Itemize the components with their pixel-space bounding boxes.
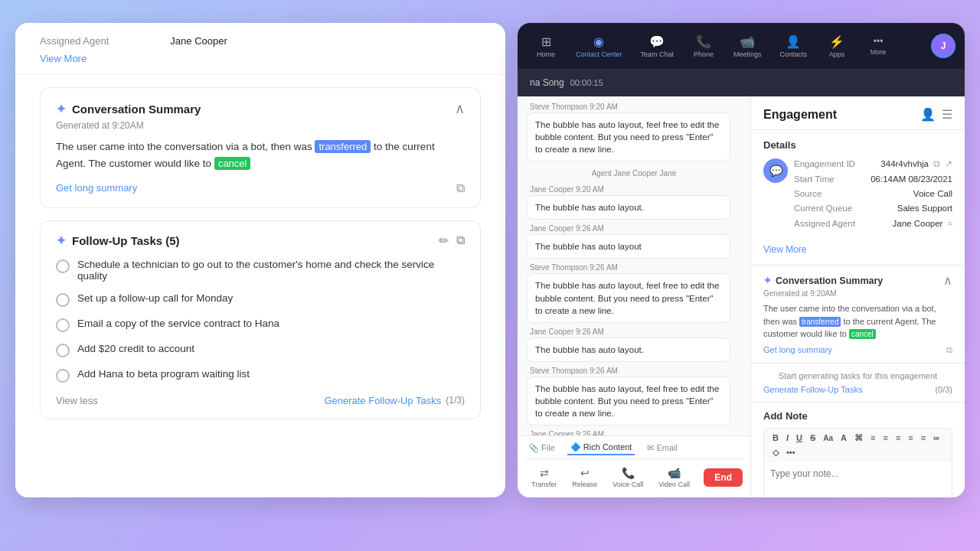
nav-phone[interactable]: 📞 Phone bbox=[684, 30, 723, 63]
mini-collapse-icon[interactable]: ∧ bbox=[943, 273, 952, 288]
view-more-details-link[interactable]: View More bbox=[763, 244, 806, 255]
field-label-source: Source bbox=[794, 189, 822, 198]
nav-contact-center-label: Contact Center bbox=[576, 51, 622, 58]
nav-team-chat-label: Team Chat bbox=[641, 51, 675, 58]
copy-summary-button[interactable]: ⧉ bbox=[456, 181, 465, 195]
nav-apps[interactable]: ⚡ Apps bbox=[818, 30, 856, 63]
nav-home-label: Home bbox=[537, 51, 555, 58]
view-less-link[interactable]: View less bbox=[56, 395, 98, 406]
note-tool-underline[interactable]: U bbox=[794, 432, 805, 443]
voice-call-btn[interactable]: 📞 Voice Call bbox=[606, 465, 649, 490]
user-avatar[interactable]: J bbox=[931, 34, 956, 58]
task-checkbox-3[interactable] bbox=[56, 318, 70, 332]
field-label-queue: Current Queue bbox=[794, 204, 852, 213]
tab-rich-content[interactable]: 🔷 Rich Content bbox=[567, 441, 635, 455]
video-call-icon: 📹 bbox=[668, 467, 681, 479]
note-tool-list4[interactable]: ≡ bbox=[906, 432, 915, 443]
nav-contacts[interactable]: 👤 Contacts bbox=[773, 30, 815, 63]
copy-icon-id[interactable]: ⧉ bbox=[933, 158, 940, 169]
copy-tasks-button[interactable]: ⧉ bbox=[456, 233, 465, 247]
note-tool-bold[interactable]: B bbox=[770, 432, 781, 443]
note-textarea[interactable] bbox=[763, 462, 952, 498]
mini-conversation-summary: ✦ Conversation Summary ∧ Generated at 9:… bbox=[751, 266, 965, 364]
nav-home[interactable]: ⊞ Home bbox=[527, 30, 565, 63]
highlight-transferred: transferred bbox=[315, 140, 371, 153]
transfer-icon: ⇄ bbox=[540, 467, 549, 479]
task-text-1: Schedule a technician to go out to the c… bbox=[77, 259, 465, 282]
note-tool-cmd[interactable]: ⌘ bbox=[852, 432, 865, 444]
sub-header: na Song 00:00:15 bbox=[518, 69, 965, 96]
followup-title-text: Follow-Up Tasks (5) bbox=[72, 234, 180, 247]
engagement-avatar: 💬 bbox=[763, 158, 788, 183]
note-tool-aa[interactable]: Aa bbox=[821, 433, 835, 443]
list-icon[interactable]: ☰ bbox=[942, 107, 952, 122]
followup-header-icons: ✏ ⧉ bbox=[439, 233, 465, 248]
end-call-button[interactable]: End bbox=[704, 468, 743, 487]
note-tool-italic[interactable]: I bbox=[784, 432, 791, 443]
note-tool-list2[interactable]: ≡ bbox=[880, 432, 890, 443]
home-icon: ⊞ bbox=[541, 34, 551, 49]
meetings-icon: 📹 bbox=[740, 34, 755, 49]
add-note-title: Add Note bbox=[763, 410, 952, 422]
tab-email[interactable]: ✉ Email bbox=[644, 441, 681, 455]
link-icon-id[interactable]: ↗ bbox=[945, 158, 952, 169]
task-checkbox-4[interactable] bbox=[56, 344, 70, 357]
msg-sender-5: Jane Cooper 9:26 AM bbox=[527, 328, 741, 336]
nav-meetings[interactable]: 📹 Meetings bbox=[726, 30, 769, 63]
note-tool-list3[interactable]: ≡ bbox=[893, 432, 903, 443]
video-call-btn[interactable]: 📹 Video Call bbox=[652, 465, 696, 490]
msg-bubble-5: The bubble has auto layout. bbox=[527, 337, 730, 362]
call-timer: 00:00:15 bbox=[570, 78, 603, 87]
note-tool-more[interactable]: ••• bbox=[784, 447, 798, 458]
task-item: Add Hana to beta program waiting list bbox=[56, 368, 465, 383]
task-checkbox-2[interactable] bbox=[56, 293, 70, 307]
msg-group-6: Steve Thompson 9:26 AM The bubble has au… bbox=[527, 367, 741, 425]
note-toolbar: B I U S Aa A ⌘ ≡ ≡ ≡ ≡ ≡ ∞ ◇ ••• bbox=[763, 428, 952, 462]
msg-sender-1: Steve Thompson 9:20 AM bbox=[527, 103, 741, 111]
nav-more[interactable]: ••• More bbox=[859, 31, 897, 60]
generate-followup-tasks-btn[interactable]: Generate Follow-Up Tasks bbox=[324, 395, 441, 406]
msg-bubble-4: The bubble has auto layout, feel free to… bbox=[527, 273, 730, 322]
mini-highlight-cancel: cancel bbox=[849, 329, 876, 339]
conversation-summary-card: ✦ Conversation Summary ∧ Generated at 9:… bbox=[40, 87, 481, 208]
mini-generated-at: Generated at 9:20AM bbox=[763, 289, 952, 298]
highlight-cancel: cancel bbox=[214, 157, 251, 170]
top-info-section: Assigned Agent Jane Cooper View More bbox=[15, 23, 505, 75]
release-icon: ↩ bbox=[580, 467, 590, 479]
assign-icon[interactable]: ≈ bbox=[947, 218, 952, 229]
chat-tabs: 📎 File 🔷 Rich Content ✉ Email bbox=[525, 441, 743, 459]
note-tool-list5[interactable]: ≡ bbox=[919, 432, 928, 443]
engagement-header: Engagement 👤 ☰ bbox=[751, 96, 965, 130]
mini-copy-icon[interactable]: ⧉ bbox=[946, 345, 952, 355]
note-tool-link[interactable]: ∞ bbox=[931, 432, 942, 443]
nav-team-chat[interactable]: 💬 Team Chat bbox=[633, 30, 682, 63]
msg-group-2: Jane Cooper 9:20 AM The bubble has auto … bbox=[527, 185, 741, 220]
sparkle-icon: ✦ bbox=[56, 102, 66, 116]
transfer-btn[interactable]: ⇄ Transfer bbox=[525, 465, 563, 490]
note-tool-list1[interactable]: ≡ bbox=[868, 432, 877, 443]
msg-sender-4: Steve Thompson 9:26 AM bbox=[527, 263, 741, 272]
task-checkbox-5[interactable] bbox=[56, 369, 70, 383]
note-tool-diamond[interactable]: ◇ bbox=[770, 447, 781, 458]
tab-file[interactable]: 📎 File bbox=[525, 441, 558, 455]
chat-input-bar: 📎 File 🔷 Rich Content ✉ Email ⇄ Transfer… bbox=[518, 435, 750, 497]
view-more-link[interactable]: View More bbox=[40, 53, 87, 64]
person-icon[interactable]: 👤 bbox=[920, 107, 936, 122]
phone-icon: 📞 bbox=[696, 34, 711, 49]
nav-meetings-label: Meetings bbox=[733, 51, 762, 58]
edit-tasks-button[interactable]: ✏ bbox=[439, 233, 449, 248]
nav-apps-label: Apps bbox=[829, 51, 845, 58]
get-long-summary-link[interactable]: Get long summary bbox=[56, 182, 137, 194]
mini-get-summary-link[interactable]: Get long summary bbox=[763, 345, 832, 354]
note-tool-color[interactable]: A bbox=[838, 432, 849, 443]
chat-messages: Steve Thompson 9:20 AM The bubble has au… bbox=[518, 96, 750, 435]
generate-tasks-link[interactable]: Generate Follow-Up Tasks bbox=[763, 385, 862, 394]
release-btn[interactable]: ↩ Release bbox=[566, 465, 603, 490]
note-tool-strikethrough[interactable]: S bbox=[808, 432, 818, 443]
task-text-2: Set up a follow-up call for Monday bbox=[77, 292, 233, 304]
task-checkbox-1[interactable] bbox=[56, 259, 70, 273]
field-label-assigned: Assigned Agent bbox=[794, 219, 855, 228]
task-pagination: (1/3) bbox=[446, 395, 465, 406]
nav-contact-center[interactable]: ◉ Contact Center bbox=[568, 30, 630, 63]
collapse-icon[interactable]: ∧ bbox=[455, 100, 465, 117]
